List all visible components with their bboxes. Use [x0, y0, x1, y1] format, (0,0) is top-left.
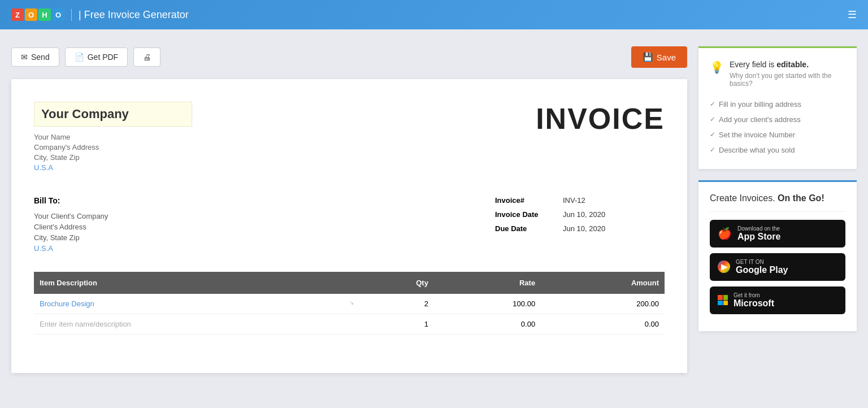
save-button[interactable]: 💾 Save	[631, 46, 687, 68]
invoice-top: Your Name Company's Address City, State …	[34, 102, 665, 173]
app-store-large-text: App Store	[737, 232, 780, 242]
tip-text-block: Every field is editable. Why don't you g…	[730, 59, 845, 88]
col-rate: Rate	[434, 272, 541, 294]
logo-o1: O	[25, 8, 37, 21]
col-qty: Qty	[359, 272, 434, 294]
tip-subtitle: Why don't you get started with the basic…	[730, 72, 845, 88]
table-header-row: Item Description Qty Rate Amount	[34, 272, 665, 294]
app-card: Create Invoices. On the Go! 🍎 Download o…	[698, 180, 857, 331]
check-icon-2: ✓	[710, 115, 715, 123]
client-country-field[interactable]: U.S.A	[34, 244, 108, 253]
send-icon: ✉	[21, 53, 28, 62]
microsoft-button[interactable]: Get it from Microsoft	[710, 287, 845, 314]
check-icon-4: ✓	[710, 146, 715, 154]
due-date-label: Due Date	[495, 224, 552, 233]
tip-title: Every field is editable.	[730, 59, 845, 71]
right-sidebar: 💡 Every field is editable. Why don't you…	[698, 46, 857, 373]
item-placeholder: Enter item name/description	[40, 320, 131, 328]
bill-to-label: Bill To:	[34, 196, 108, 205]
table-row-empty: Enter item name/description 1 0.00 0.00	[34, 314, 665, 335]
pdf-icon: 📄	[75, 53, 84, 62]
client-city-state-zip-field[interactable]: City, State Zip	[34, 233, 108, 242]
item-rate-cell[interactable]: 100.00	[434, 294, 541, 314]
invoice-title: INVOICE	[536, 102, 665, 136]
zoho-logo: Z O H O	[11, 8, 64, 21]
city-state-zip-field[interactable]: City, State Zip	[34, 153, 192, 162]
invoice-date-label: Invoice Date	[495, 210, 552, 219]
app-card-title-bold: On the Go!	[778, 193, 824, 203]
invoice-date-value[interactable]: Jun 10, 2020	[563, 210, 605, 219]
lightbulb-icon: 💡	[710, 60, 724, 74]
company-country-field[interactable]: U.S.A	[34, 163, 192, 172]
google-play-large-text: Google Play	[736, 265, 788, 275]
item-name: Brochure Design	[40, 300, 94, 308]
apple-icon: 🍎	[718, 227, 732, 240]
due-date-row: Due Date Jun 10, 2020	[495, 224, 665, 233]
item-qty-cell[interactable]: 2	[359, 294, 434, 314]
col-description: Item Description	[34, 272, 359, 294]
company-name-input[interactable]	[34, 102, 192, 127]
tip-item-1: ✓ Fill in your billing address	[710, 97, 845, 112]
logo-o2: O	[52, 8, 64, 21]
invoice-number-label: Invoice#	[495, 196, 552, 205]
company-address-field[interactable]: Company's Address	[34, 143, 192, 151]
billing-section: Bill To: Your Client's Company Client's …	[34, 196, 665, 255]
app-card-title: Create Invoices. On the Go!	[710, 193, 845, 203]
tip-item-3: ✓ Set the invoice Number	[710, 127, 845, 142]
toolbar-left: ✉ Send 📄 Get PDF 🖨	[11, 47, 160, 67]
get-pdf-button[interactable]: 📄 Get PDF	[65, 47, 128, 67]
app-store-text: Download on the App Store	[737, 225, 780, 242]
tip-card: 💡 Every field is editable. Why don't you…	[698, 46, 857, 169]
logo-h: H	[38, 8, 51, 21]
tip-item-label-4: Describe what you sold	[719, 146, 795, 154]
microsoft-large-text: Microsoft	[734, 298, 774, 309]
print-button[interactable]: 🖨	[133, 47, 160, 67]
items-table: Item Description Qty Rate Amount Brochur…	[34, 272, 665, 335]
invoice-number-row: Invoice# INV-12	[495, 196, 665, 205]
bill-to-section: Bill To: Your Client's Company Client's …	[34, 196, 108, 255]
tip-item-4: ✓ Describe what you sold	[710, 142, 845, 158]
tip-item-label-2: Add your client's address	[719, 115, 801, 124]
app-card-title-prefix: Create Invoices.	[710, 193, 778, 203]
your-name-field[interactable]: Your Name	[34, 133, 192, 141]
app-divider	[710, 211, 845, 212]
check-icon-1: ✓	[710, 100, 715, 108]
header: Z O H O | Free Invoice Generator ☰	[0, 0, 868, 29]
invoice-meta: Invoice# INV-12 Invoice Date Jun 10, 202…	[495, 196, 665, 255]
tip-item-label-1: Fill in your billing address	[719, 100, 801, 108]
google-play-small-text: GET IT ON	[736, 259, 788, 265]
microsoft-icon	[718, 295, 728, 305]
check-icon-3: ✓	[710, 131, 715, 138]
microsoft-text: Get it from Microsoft	[734, 292, 774, 309]
google-play-icon: ▶	[718, 261, 730, 273]
client-company-field[interactable]: Your Client's Company	[34, 212, 108, 220]
invoice-date-row: Invoice Date Jun 10, 2020	[495, 210, 665, 219]
app-store-small-text: Download on the	[737, 225, 780, 232]
tip-list: ✓ Fill in your billing address ✓ Add you…	[710, 97, 845, 158]
col-amount: Amount	[541, 272, 665, 294]
client-address-field[interactable]: Client's Address	[34, 223, 108, 231]
tip-header: 💡 Every field is editable. Why don't you…	[710, 59, 845, 88]
tip-title-prefix: Every field is	[730, 60, 776, 69]
item-amount-cell: 200.00	[541, 294, 665, 314]
send-label: Send	[31, 53, 50, 62]
item-qty-empty[interactable]: 1	[359, 314, 434, 335]
due-date-value[interactable]: Jun 10, 2020	[563, 224, 605, 233]
item-description-cell[interactable]: Brochure Design ↘	[34, 294, 359, 314]
send-button[interactable]: ✉ Send	[11, 47, 59, 67]
hamburger-icon[interactable]: ☰	[848, 8, 857, 21]
app-store-button[interactable]: 🍎 Download on the App Store	[710, 220, 845, 248]
item-description-empty[interactable]: Enter item name/description	[34, 314, 359, 335]
header-left: Z O H O | Free Invoice Generator	[11, 8, 189, 21]
resize-handle: ↘	[349, 300, 354, 306]
tip-item-label-3: Set the invoice Number	[719, 131, 795, 139]
item-rate-empty[interactable]: 0.00	[434, 314, 541, 335]
invoice-number-value[interactable]: INV-12	[563, 196, 585, 205]
main-content: ✉ Send 📄 Get PDF 🖨 💾 Save	[0, 29, 868, 390]
table-row: Brochure Design ↘ 2 100.00 200.00	[34, 294, 665, 314]
save-label: Save	[657, 53, 676, 62]
get-pdf-label: Get PDF	[88, 53, 118, 62]
tip-title-bold: editable.	[776, 60, 809, 69]
invoice-paper: Your Name Company's Address City, State …	[11, 79, 687, 373]
google-play-button[interactable]: ▶ GET IT ON Google Play	[710, 253, 845, 281]
